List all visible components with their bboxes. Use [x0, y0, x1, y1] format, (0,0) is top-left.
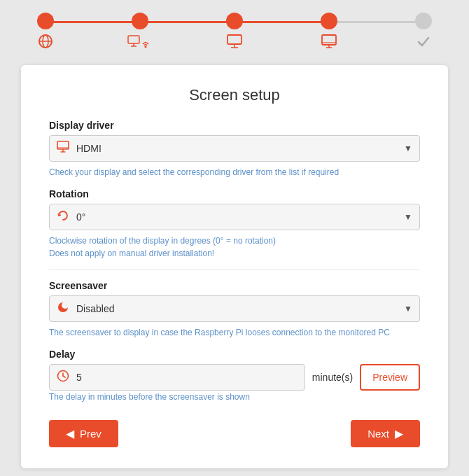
step-dot-1 [37, 13, 54, 29]
svg-rect-3 [128, 36, 139, 43]
main-card: Screen setup Display driver HDMI VGA DVI… [21, 65, 448, 468]
rotation-label: Rotation [49, 188, 420, 200]
step-2 [119, 13, 161, 52]
svg-point-6 [145, 46, 147, 48]
section-divider [49, 270, 420, 270]
preview-button[interactable]: Preview [360, 364, 420, 391]
globe-icon [38, 34, 53, 52]
nav-row: ◀ Prev Next ▶ [49, 420, 420, 447]
step-dot-4 [321, 13, 337, 29]
steps-row [24, 13, 444, 52]
step-dot-3 [226, 13, 243, 29]
step-1 [24, 13, 66, 52]
rotation-select-wrapper[interactable]: 0° 90° 180° 270° ▼ [49, 204, 420, 230]
step-dot-5 [415, 13, 432, 29]
step-5 [402, 13, 444, 52]
delay-input[interactable] [76, 372, 298, 383]
next-arrow-icon: ▶ [395, 427, 403, 440]
delay-row: minute(s) Preview [49, 364, 420, 391]
next-button-label: Next [368, 428, 389, 440]
rotation-arrow-icon: ▼ [404, 212, 412, 222]
delay-label: Delay [49, 349, 420, 360]
delay-input-wrapper [49, 364, 305, 391]
screensaver-select-wrapper[interactable]: Disabled Black screen Logo ▼ [49, 295, 420, 322]
prev-button[interactable]: ◀ Prev [49, 420, 118, 447]
svg-line-20 [63, 376, 65, 377]
prev-button-label: Prev [80, 428, 102, 440]
delay-unit: minute(s) [312, 372, 353, 383]
screensaver-label: Screensaver [49, 280, 420, 291]
step-dot-2 [132, 13, 148, 29]
rotation-select[interactable]: 0° 90° 180° 270° [76, 211, 404, 223]
display-driver-select-wrapper[interactable]: HDMI VGA DVI DisplayPort ▼ [49, 135, 420, 162]
steps-container [24, 13, 444, 52]
page-title: Screen setup [49, 86, 420, 104]
next-button[interactable]: Next ▶ [351, 420, 420, 447]
monitor-select-icon [57, 141, 69, 156]
delay-hint: The delay in minutes before the screensa… [49, 391, 420, 403]
display-driver-arrow-icon: ▼ [404, 144, 412, 153]
monitor-icon [321, 34, 337, 52]
page-wrapper: Screen setup Display driver HDMI VGA DVI… [0, 0, 469, 476]
display-driver-hint: Check your display and select the corres… [49, 166, 420, 178]
check-icon [416, 34, 431, 52]
screensaver-select[interactable]: Disabled Black screen Logo [76, 303, 404, 314]
display-driver-select[interactable]: HDMI VGA DVI DisplayPort [76, 143, 404, 154]
svg-rect-10 [322, 35, 336, 45]
rotation-hint: Clockwise rotation of the display in deg… [49, 234, 420, 260]
screensaver-arrow-icon: ▼ [404, 304, 412, 314]
step-3 [214, 13, 255, 52]
step-4 [308, 13, 350, 52]
desktop-icon [227, 34, 242, 52]
screensaver-select-icon [57, 301, 69, 316]
prev-arrow-icon: ◀ [66, 427, 74, 440]
screensaver-hint: The screensaver to display in case the R… [49, 326, 420, 339]
rotation-select-icon [57, 209, 69, 225]
svg-rect-7 [227, 35, 241, 44]
display-driver-label: Display driver [49, 120, 420, 131]
delay-icon [57, 370, 69, 385]
network-icon [127, 34, 153, 52]
